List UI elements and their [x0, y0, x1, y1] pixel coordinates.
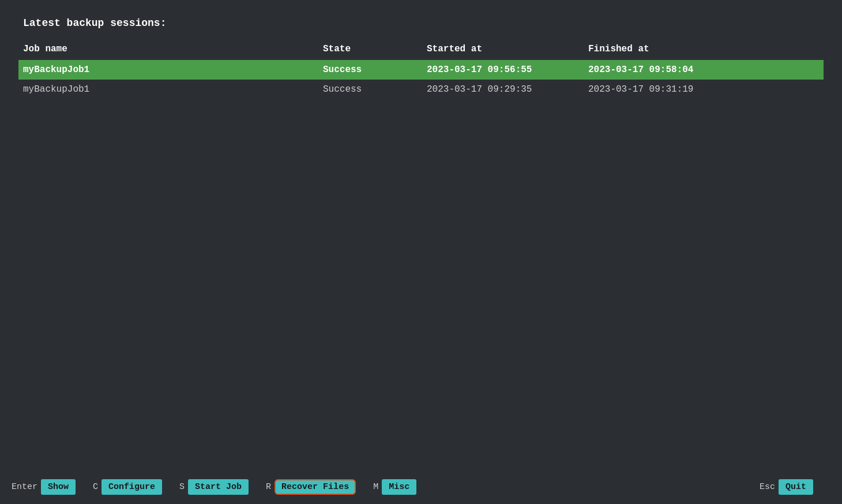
cell-finished-at: 2023-03-17 09:31:19 — [588, 84, 750, 95]
toolbar-key-m: M — [373, 482, 378, 492]
toolbar-key-r: R — [266, 482, 271, 492]
recover-files-button[interactable]: Recover Files — [275, 479, 356, 495]
toolbar-key-esc: Esc — [760, 482, 775, 492]
misc-button[interactable]: Misc — [382, 479, 416, 495]
cell-started-at: 2023-03-17 09:29:35 — [427, 84, 588, 95]
start-job-button[interactable]: Start Job — [188, 479, 249, 495]
table-container: Job name State Started at Finished at my… — [23, 40, 819, 99]
cell-state: Success — [323, 65, 427, 75]
show-button[interactable]: Show — [41, 479, 76, 495]
cell-job-name: myBackupJob1 — [23, 65, 323, 75]
toolbar-item-c: C Configure — [93, 479, 162, 495]
configure-button[interactable]: Configure — [102, 479, 162, 495]
toolbar-item-s: S Start Job — [179, 479, 249, 495]
cell-started-at: 2023-03-17 09:56:55 — [427, 65, 588, 75]
quit-button[interactable]: Quit — [779, 479, 813, 495]
toolbar-item-enter: Enter Show — [12, 479, 76, 495]
toolbar-item-esc: Esc Quit — [760, 479, 813, 495]
cell-job-name: myBackupJob1 — [23, 84, 323, 95]
toolbar-key-s: S — [179, 482, 185, 492]
toolbar-key-enter: Enter — [12, 482, 37, 492]
toolbar: Enter Show C Configure S Start Job R Rec… — [0, 469, 842, 504]
table-row[interactable]: myBackupJob1 Success 2023-03-17 09:29:35… — [23, 80, 819, 99]
toolbar-key-c: C — [93, 482, 98, 492]
header-finished-at: Finished at — [588, 44, 750, 54]
header-state: State — [323, 44, 427, 54]
table-row[interactable]: myBackupJob1 Success 2023-03-17 09:56:55… — [18, 60, 824, 80]
header-job-name: Job name — [23, 44, 323, 54]
toolbar-item-r: R Recover Files — [266, 479, 356, 495]
section-title: Latest backup sessions: — [23, 17, 819, 29]
header-started-at: Started at — [427, 44, 588, 54]
table-header: Job name State Started at Finished at — [23, 40, 819, 58]
cell-state: Success — [323, 84, 427, 95]
cell-finished-at: 2023-03-17 09:58:04 — [588, 65, 750, 75]
main-content: Latest backup sessions: Job name State S… — [0, 0, 842, 469]
toolbar-item-m: M Misc — [373, 479, 416, 495]
